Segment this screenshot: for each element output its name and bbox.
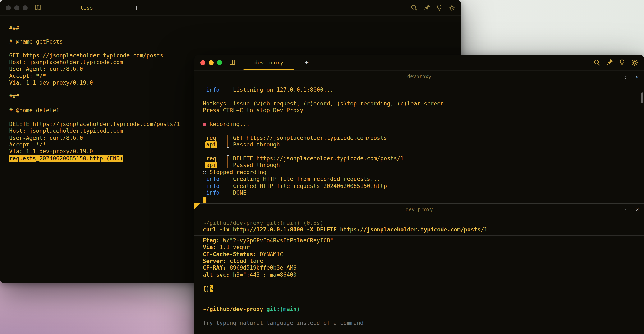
tab-dev-proxy-label: dev-proxy: [254, 60, 283, 66]
tab-less-label: less: [80, 5, 93, 11]
terminal-window-dev-proxy[interactable]: dev-proxy +: [194, 55, 644, 334]
new-tab-button[interactable]: +: [134, 4, 139, 11]
traffic-lights: [200, 60, 222, 65]
pane-actions: ⋮ ✕: [623, 204, 639, 216]
traffic-lights: [6, 5, 28, 10]
devproxy-terminal-output[interactable]: info Listening on 127.0.0.1:8000... Hotk…: [194, 83, 644, 203]
titlebar-actions: [594, 59, 638, 66]
zoom-window-button[interactable]: [22, 5, 28, 10]
new-tab-button[interactable]: +: [304, 59, 309, 66]
pin-icon[interactable]: [606, 59, 613, 66]
close-window-button[interactable]: [6, 5, 11, 10]
pane-menu-icon[interactable]: ⋮: [623, 74, 628, 80]
pane-shell-header: dev-proxy ⋮ ✕: [194, 204, 644, 216]
zoom-window-button[interactable]: [217, 60, 222, 65]
lightbulb-icon[interactable]: [436, 4, 443, 11]
pane-title: dev-proxy: [406, 207, 433, 213]
titlebar-less: less +: [0, 0, 461, 16]
bookmarks-icon[interactable]: [229, 59, 236, 66]
pane-devproxy-header: devproxy ⋮ ✕: [194, 71, 644, 83]
tab-less[interactable]: less: [47, 0, 126, 16]
search-icon[interactable]: [411, 4, 418, 11]
scrollbar-thumb[interactable]: [642, 93, 643, 103]
pane-shell: dev-proxy ⋮ ✕ ~/github/dev-proxy git:(ma…: [194, 204, 644, 326]
minimize-window-button[interactable]: [14, 5, 19, 10]
tab-dev-proxy[interactable]: dev-proxy: [242, 55, 296, 70]
bookmarks-icon[interactable]: [34, 4, 42, 11]
shell-terminal-output[interactable]: ~/github/dev-proxy git:(main) (0.3s)curl…: [194, 216, 644, 326]
gear-icon[interactable]: [631, 59, 638, 66]
pin-icon[interactable]: [423, 4, 430, 11]
pane-close-icon[interactable]: ✕: [636, 74, 639, 79]
gear-icon[interactable]: [448, 4, 456, 11]
pane-title: devproxy: [407, 74, 431, 80]
titlebar-actions: [411, 4, 456, 11]
screen: less +: [0, 0, 644, 334]
pane-close-icon[interactable]: ✕: [636, 207, 639, 212]
pane-devproxy: devproxy ⋮ ✕ info Listening on 127.0.0.1…: [194, 71, 644, 203]
close-window-button[interactable]: [200, 60, 205, 65]
pane-menu-icon[interactable]: ⋮: [623, 207, 628, 213]
search-icon[interactable]: [594, 59, 600, 66]
titlebar-dev-proxy: dev-proxy +: [194, 55, 644, 71]
minimize-window-button[interactable]: [209, 60, 214, 65]
lightbulb-icon[interactable]: [618, 59, 626, 66]
pane-actions: ⋮ ✕: [623, 71, 639, 83]
